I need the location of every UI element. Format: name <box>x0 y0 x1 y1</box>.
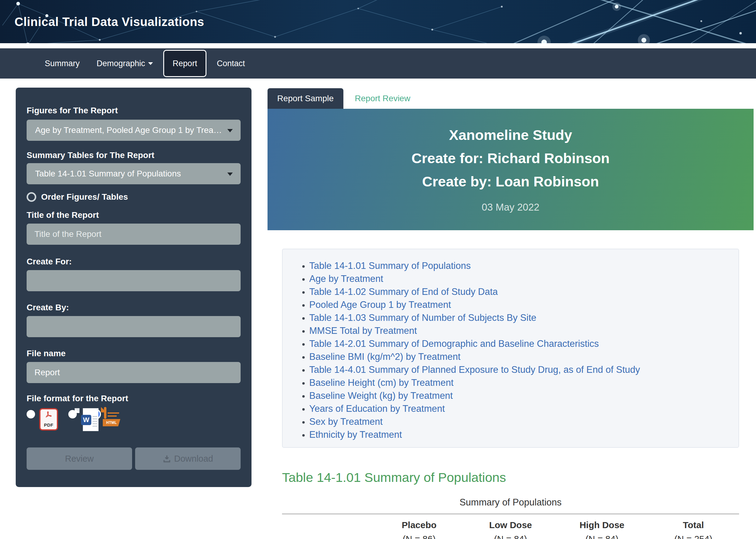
table-header-empty <box>282 518 373 532</box>
n-low-dose: (N = 84) <box>465 532 556 539</box>
app-title: Clinical Trial Data Visualizations <box>15 15 204 29</box>
table-of-contents: Table 14-1.01 Summary of Populations Age… <box>282 249 739 448</box>
table-header-placebo: Placebo <box>373 518 464 532</box>
toc-link[interactable]: Table 14-4.01 Summary of Planned Exposur… <box>309 364 640 375</box>
file-name-label: File name <box>27 349 241 358</box>
download-button-label: Download <box>174 454 213 464</box>
html-icon-label: HTML <box>103 419 120 426</box>
pdf-icon-label: PDF <box>44 423 53 427</box>
create-by-label: Create By: <box>27 303 241 312</box>
list-item: Ethnicity by Treatment <box>309 428 726 441</box>
acrobat-mark-icon <box>44 411 53 420</box>
table-header-row: Placebo Low Dose High Dose Total <box>282 518 739 532</box>
toc-link[interactable]: Baseline Height (cm) by Treatment <box>309 377 454 388</box>
toc-link[interactable]: Table 14-2.01 Summary of Demographic and… <box>309 339 599 349</box>
order-figures-tables-radio[interactable] <box>27 192 36 202</box>
toc-link[interactable]: Baseline Weight (kg) by Treatment <box>309 390 453 401</box>
report-cover-banner: Xanomeline Study Create for: Richard Rob… <box>268 109 754 230</box>
create-by-input[interactable] <box>27 316 241 337</box>
nav-item-demographic[interactable]: Demographic <box>88 48 162 79</box>
summary-tables-select-value: Table 14-1.01 Summary of Populations <box>35 169 190 179</box>
main-navbar: Summary Demographic Report Contact <box>0 48 756 79</box>
word-page-fold <box>75 408 79 413</box>
toc-link[interactable]: Pooled Age Group 1 by Treatment <box>309 299 451 310</box>
toc-link[interactable]: Table 14-1.02 Summary of End of Study Da… <box>309 286 498 297</box>
toc-link[interactable]: Sex by Treatment <box>309 416 383 427</box>
tab-report-review[interactable]: Report Review <box>345 88 420 109</box>
report-title-label: Title of the Report <box>27 210 241 220</box>
main-content: Report Sample Report Review Xanomeline S… <box>268 88 756 539</box>
download-button[interactable]: Download <box>135 447 241 470</box>
n-placebo: (N = 86) <box>373 532 464 539</box>
page: { "header": { "title": "Clinical Trial D… <box>0 0 756 539</box>
html-text-line <box>108 413 119 414</box>
n-total: (N = 254) <box>648 532 739 539</box>
action-buttons: Review Download <box>27 447 241 470</box>
figures-select[interactable]: Age by Treatment, Pooled Age Group 1 by … <box>27 119 241 141</box>
summary-table: Summary of Populations Placebo Low Dose … <box>282 497 739 539</box>
list-item: Table 14-4.01 Summary of Planned Exposur… <box>309 363 726 376</box>
list-item: Years of Education by Treatment <box>309 403 726 416</box>
toc-link[interactable]: Baseline BMI (kg/m^2) by Treatment <box>309 351 461 362</box>
table-header-total: Total <box>648 518 739 532</box>
tab-report-sample[interactable]: Report Sample <box>268 88 343 109</box>
file-format-label: File format for the Report <box>27 394 241 403</box>
summary-tables-label: Summary Tables for The Report <box>27 150 241 160</box>
report-title-input[interactable] <box>27 224 241 245</box>
order-figures-tables-row: Order Figures/ Tables <box>27 192 241 202</box>
review-button[interactable]: Review <box>27 447 132 470</box>
figures-select-value: Age by Treatment, Pooled Age Group 1 by … <box>35 125 232 135</box>
list-item: MMSE Total by Treatment <box>309 325 726 338</box>
file-format-options: PDF W HTML <box>27 408 241 430</box>
report-date: 03 May 2022 <box>268 201 754 213</box>
list-item: Table 14-1.01 Summary of Populations <box>309 260 726 272</box>
table-title: Summary of Populations <box>282 497 739 508</box>
nav-item-demographic-label: Demographic <box>97 59 145 68</box>
table-rule <box>282 513 739 514</box>
chevron-down-icon <box>148 62 153 65</box>
toc-link[interactable]: Table 14-1.01 Summary of Populations <box>309 261 471 271</box>
create-for-line: Create for: Richard Robinson <box>268 147 754 170</box>
study-title: Xanomeline Study <box>268 123 754 147</box>
toc-link[interactable]: Age by Treatment <box>309 273 383 284</box>
list-item: Pooled Age Group 1 by Treatment <box>309 298 726 312</box>
nav-item-summary[interactable]: Summary <box>36 48 88 79</box>
divider <box>27 489 241 490</box>
table-n-row: (N = 86) (N = 84) (N = 84) (N = 254) <box>282 532 739 539</box>
nav-item-report[interactable]: Report <box>163 50 207 77</box>
format-pdf-radio[interactable] <box>27 410 35 419</box>
list-item: Baseline BMI (kg/m^2) by Treatment <box>309 350 726 363</box>
list-item: Age by Treatment <box>309 272 726 285</box>
list-item: Sex by Treatment <box>309 416 726 428</box>
report-options-panel: Figures for The Report Age by Treatment,… <box>16 88 251 487</box>
toc-link[interactable]: Ethnicity by Treatment <box>309 429 402 440</box>
toc-link[interactable]: MMSE Total by Treatment <box>309 325 417 336</box>
toc-link[interactable]: Years of Education by Treatment <box>309 403 445 414</box>
create-for-input[interactable] <box>27 270 241 291</box>
table-header-high-dose: High Dose <box>556 518 647 532</box>
toc-link[interactable]: Table 14-1.03 Summary of Number of Subje… <box>309 312 536 323</box>
create-by-line: Create by: Loan Robinson <box>268 170 754 193</box>
table-header-low-dose: Low Dose <box>465 518 556 532</box>
list-item: Table 14-2.01 Summary of Demographic and… <box>309 338 726 350</box>
report-tabs: Report Sample Report Review <box>268 88 756 109</box>
nav-item-contact[interactable]: Contact <box>208 48 253 79</box>
section-title: Table 14-1.01 Summary of Populations <box>282 470 756 485</box>
chevron-down-icon <box>227 129 233 132</box>
html-page-fold <box>101 407 106 413</box>
list-item: Table 14-1.02 Summary of End of Study Da… <box>309 285 726 298</box>
figures-label: Figures for The Report <box>27 106 241 116</box>
download-icon <box>163 454 171 463</box>
list-item: Baseline Weight (kg) by Treatment <box>309 389 726 403</box>
hero-banner: Clinical Trial Data Visualizations <box>0 0 756 43</box>
word-w-badge: W <box>81 415 91 425</box>
create-for-label: Create For: <box>27 257 241 267</box>
list-item: Table 14-1.03 Summary of Number of Subje… <box>309 312 726 325</box>
word-text-lines <box>93 416 97 428</box>
chevron-down-icon <box>227 173 233 176</box>
html-text-line <box>108 416 117 417</box>
html-file-icon[interactable]: HTML <box>104 408 106 418</box>
file-name-input[interactable] <box>27 362 241 383</box>
summary-tables-select[interactable]: Table 14-1.01 Summary of Populations <box>27 163 241 184</box>
pdf-file-icon[interactable]: PDF <box>39 408 58 430</box>
